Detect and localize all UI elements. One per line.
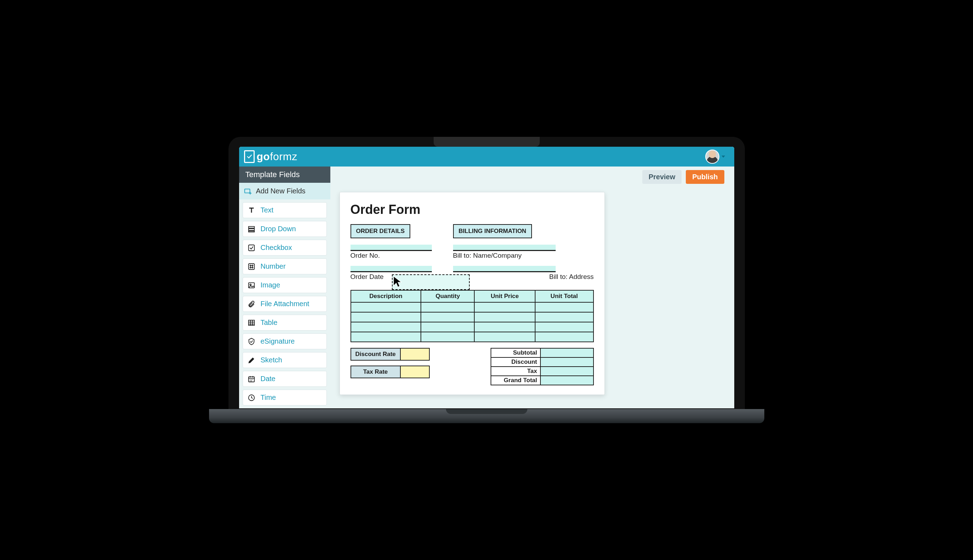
tax-value[interactable] bbox=[541, 367, 594, 376]
laptop-notch bbox=[434, 137, 540, 147]
svg-rect-10 bbox=[248, 320, 254, 325]
form-title: Order Form bbox=[350, 202, 594, 217]
field-label: Table bbox=[261, 318, 278, 327]
col-unit-price: Unit Price bbox=[474, 290, 535, 302]
laptop-mockup: goformz Template Fields bbox=[229, 137, 745, 423]
field-type-table[interactable]: Table bbox=[243, 315, 327, 330]
grandtotal-label: Grand Total bbox=[491, 376, 541, 385]
subtotal-value[interactable] bbox=[541, 348, 594, 357]
brand-logo-icon bbox=[244, 150, 255, 163]
table-row[interactable] bbox=[351, 332, 594, 342]
svg-rect-6 bbox=[248, 245, 254, 251]
tax-rate-field[interactable]: Tax Rate bbox=[350, 365, 430, 378]
field-type-image[interactable]: Image bbox=[243, 277, 327, 293]
svg-point-9 bbox=[250, 284, 251, 285]
order-details-column: ORDER DETAILS Order No. Order Date bbox=[350, 224, 432, 281]
field-label: Text bbox=[261, 206, 274, 214]
brand-logo-text: goformz bbox=[257, 151, 297, 163]
order-no-label: Order No. bbox=[350, 252, 380, 259]
esignature-icon bbox=[247, 338, 256, 345]
col-quantity: Quantity bbox=[421, 290, 474, 302]
svg-rect-7 bbox=[248, 263, 254, 269]
field-label: Date bbox=[261, 375, 275, 383]
field-type-list: Text Drop Down Checkbox bbox=[239, 199, 330, 408]
field-label: Checkbox bbox=[261, 243, 292, 252]
preview-button[interactable]: Preview bbox=[642, 170, 682, 184]
tax-rate-label: Tax Rate bbox=[351, 366, 401, 378]
discount-rate-label: Discount Rate bbox=[351, 348, 401, 360]
totals-table: Subtotal Discount Tax Grand Total bbox=[491, 348, 594, 385]
items-table[interactable]: Description Quantity Unit Price Unit Tot… bbox=[350, 290, 594, 342]
tax-rate-input[interactable] bbox=[401, 366, 429, 378]
svg-rect-5 bbox=[248, 231, 254, 232]
table-row[interactable] bbox=[351, 322, 594, 332]
text-icon bbox=[247, 207, 256, 214]
avatar bbox=[705, 150, 719, 164]
field-label: Time bbox=[261, 393, 276, 402]
col-unit-total: Unit Total bbox=[535, 290, 594, 302]
discount-rate-field[interactable]: Discount Rate bbox=[350, 348, 430, 361]
field-type-attachment[interactable]: File Attachment bbox=[243, 296, 327, 312]
discount-value[interactable] bbox=[541, 357, 594, 367]
field-type-checkbox[interactable]: Checkbox bbox=[243, 240, 327, 256]
section-billing: BILLING INFORMATION bbox=[453, 224, 532, 238]
field-type-esignature[interactable]: eSignature bbox=[243, 333, 327, 349]
add-new-fields[interactable]: Add New Fields bbox=[239, 183, 330, 199]
image-icon bbox=[247, 282, 256, 289]
publish-button[interactable]: Publish bbox=[686, 170, 724, 184]
add-field-icon bbox=[244, 187, 252, 195]
dropdown-icon bbox=[247, 225, 256, 233]
field-label: Number bbox=[261, 262, 286, 270]
section-order-details: ORDER DETAILS bbox=[350, 224, 411, 238]
time-icon bbox=[247, 394, 256, 402]
table-icon bbox=[247, 319, 256, 327]
bill-addr-input[interactable] bbox=[453, 266, 556, 272]
field-type-date[interactable]: Date bbox=[243, 371, 327, 387]
svg-rect-0 bbox=[244, 189, 250, 193]
bill-addr-label: Bill to: Address bbox=[453, 273, 594, 281]
field-type-time[interactable]: Time bbox=[243, 390, 327, 405]
discount-label: Discount bbox=[491, 357, 541, 367]
user-menu[interactable] bbox=[705, 150, 725, 164]
field-type-dropdown[interactable]: Drop Down bbox=[243, 221, 327, 237]
attachment-icon bbox=[247, 300, 256, 308]
number-icon bbox=[247, 263, 256, 270]
field-label: eSignature bbox=[261, 337, 295, 345]
field-label: File Attachment bbox=[261, 300, 309, 308]
field-label: Sketch bbox=[261, 356, 282, 364]
order-date-label: Order Date bbox=[350, 273, 384, 280]
discount-rate-input[interactable] bbox=[401, 348, 429, 360]
sidebar: Template Fields Add New Fields Text bbox=[239, 167, 330, 408]
grandtotal-value[interactable] bbox=[541, 376, 594, 385]
laptop-base bbox=[209, 409, 764, 423]
sketch-icon bbox=[247, 357, 256, 364]
editor-canvas-area: Preview Publish Order Form ORDER DETAILS bbox=[330, 167, 734, 408]
brand-logo[interactable]: goformz bbox=[244, 150, 297, 163]
add-new-fields-label: Add New Fields bbox=[256, 187, 305, 195]
table-row[interactable] bbox=[351, 302, 594, 312]
col-description: Description bbox=[351, 290, 421, 302]
order-no-input[interactable] bbox=[350, 245, 432, 251]
sidebar-title: Template Fields bbox=[239, 167, 330, 183]
field-label: Image bbox=[261, 281, 280, 289]
chevron-down-icon bbox=[721, 155, 725, 158]
subtotal-label: Subtotal bbox=[491, 348, 541, 357]
bill-name-label: Bill to: Name/Company bbox=[453, 252, 522, 259]
field-type-number[interactable]: Number bbox=[243, 258, 327, 274]
svg-rect-4 bbox=[248, 229, 254, 230]
table-row[interactable] bbox=[351, 312, 594, 322]
svg-rect-3 bbox=[248, 226, 254, 228]
tax-label: Tax bbox=[491, 367, 541, 376]
checkbox-icon bbox=[247, 244, 256, 252]
field-label: Drop Down bbox=[261, 225, 296, 233]
bill-name-input[interactable] bbox=[453, 245, 556, 251]
field-type-text[interactable]: Text bbox=[243, 202, 327, 218]
rate-inputs: Discount Rate Tax Rate bbox=[350, 348, 430, 385]
order-date-input[interactable] bbox=[350, 266, 432, 272]
billing-column: BILLING INFORMATION Bill to: Name/Compan… bbox=[453, 224, 594, 281]
date-icon bbox=[247, 375, 256, 383]
field-type-sketch[interactable]: Sketch bbox=[243, 352, 327, 368]
form-canvas[interactable]: Order Form ORDER DETAILS Order No. bbox=[340, 192, 605, 395]
app-topbar: goformz bbox=[239, 147, 734, 167]
